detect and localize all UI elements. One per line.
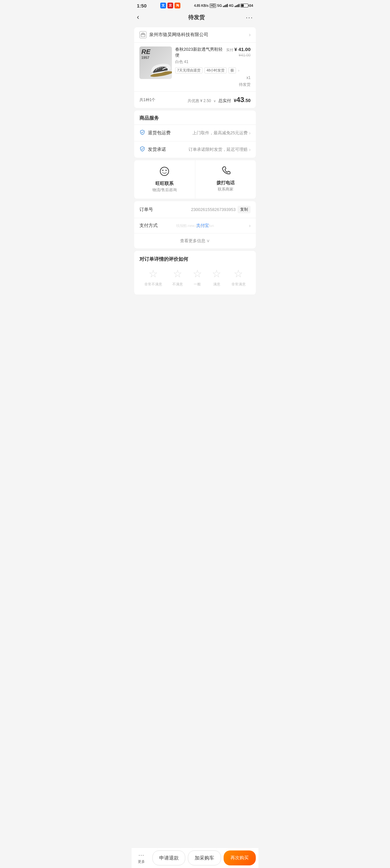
service-desc-1: 上门取件，最高减免25元运费 (174, 130, 248, 136)
order-number-label: 订单号 (139, 207, 153, 213)
hd-badge: HD (209, 4, 216, 8)
network-type: 5G (217, 4, 222, 7)
wangwang-sub: 物流/售后咨询 (153, 187, 177, 193)
service-row-shipping[interactable]: 发货承诺 订单承诺限时发货，延迟可理赔 › (134, 141, 256, 158)
payment-label: 支付方式 (139, 223, 158, 228)
order-card: 泉州市骆昊网络科技有限公司 › RE 1957 (134, 27, 256, 108)
contact-section: 旺旺联系 物流/售后咨询 拨打电话 联系商家 (134, 160, 256, 198)
original-price: ¥41.00 (226, 53, 251, 58)
star-satisfied[interactable]: ☆ 满意 (212, 268, 221, 287)
phone-title: 拨打电话 (217, 180, 235, 186)
signal-icon (223, 4, 228, 7)
status-app-icons: 支 京 淘 (160, 3, 181, 8)
star-unsatisfied[interactable]: ☆ 不满意 (172, 268, 183, 287)
nav-bar: ‹ 待发货 ··· (132, 10, 258, 25)
product-qty: x1 (246, 75, 251, 80)
total-label: 总实付 (218, 98, 231, 104)
product-price: ¥ 41.00 (234, 46, 251, 52)
product-row: RE 1957 (134, 42, 256, 91)
status-right: 4.85 KB/s HD 5G 4G 34 (194, 4, 253, 8)
main-content: 泉州市骆昊网络科技有限公司 › RE 1957 (132, 27, 258, 320)
actual-label: 实付 (226, 48, 233, 52)
phone-contact[interactable]: 拨打电话 联系商家 (195, 160, 256, 198)
wangwang-icon (159, 166, 170, 179)
payment-chevron-icon: › (249, 223, 251, 228)
star-very-satisfied[interactable]: ☆ 非常满意 (231, 268, 246, 287)
service-chevron-icon-2: › (249, 147, 251, 152)
shield-icon-1 (139, 129, 145, 136)
battery-level: 34 (249, 4, 253, 7)
alipay-icon: 支 (160, 3, 166, 8)
order-info-section: 订单号 2300261558267393953 复制 支付方式 线报酷-new.… (134, 201, 256, 248)
order-number-value: 2300261558267393953 (153, 207, 236, 212)
jd-icon: 京 (167, 3, 173, 8)
summary-row: 共1种1个 共优惠 ¥ 2.50 ∨ 总实付 ¥43.50 (134, 91, 256, 108)
seller-name: 泉州市骆昊网络科技有限公司 (149, 32, 208, 38)
svg-point-7 (160, 167, 169, 176)
star-icon-1: ☆ (149, 268, 158, 280)
product-count: 共1种1个 (139, 97, 155, 103)
star-label-2: 不满意 (172, 282, 183, 287)
back-button[interactable]: ‹ (137, 13, 147, 22)
battery-fill (241, 4, 244, 7)
signal-icon-2 (235, 4, 239, 7)
product-spec: 白色 41 (175, 59, 251, 65)
star-label-4: 满意 (213, 282, 220, 287)
star-icon-4: ☆ (212, 268, 221, 280)
seller-info: 泉州市骆昊网络科技有限公司 (139, 31, 208, 38)
tag-return: 7天无理由退货 (175, 67, 202, 73)
star-label-3: 一般 (194, 282, 201, 287)
service-row-return[interactable]: 退货包运费 上门取件，最高减免25元运费 › (134, 125, 256, 141)
page-title: 待发货 (188, 14, 205, 21)
service-label-1: 退货包运费 (148, 130, 174, 136)
status-time: 1:50 (137, 3, 147, 8)
tag-extra: 极 (228, 67, 236, 73)
product-image: RE 1957 (139, 46, 172, 79)
star-icon-3: ☆ (193, 268, 202, 280)
star-very-unsatisfied[interactable]: ☆ 非常不满意 (144, 268, 162, 287)
network-speed: 4.85 KB/s (194, 4, 209, 7)
phone-sub: 联系商家 (218, 187, 233, 192)
payment-watermark: 线报酷-new.xianbao.fun (176, 223, 214, 228)
star-neutral[interactable]: ☆ 一般 (193, 268, 202, 287)
product-name: 春秋2023新款透气男鞋轻便 (175, 46, 226, 58)
svg-rect-1 (142, 33, 144, 34)
services-section: 商品服务 退货包运费 上门取件，最高减免25元运费 › 发货承诺 订单承诺限时发… (134, 111, 256, 158)
discount-arrow-icon[interactable]: ∨ (214, 99, 216, 103)
payment-row: 支付方式 线报酷-new.xianbao.fun 支付宝 › (134, 218, 256, 234)
stars-row: ☆ 非常不满意 ☆ 不满意 ☆ 一般 ☆ 满意 ☆ 非常满意 (139, 268, 251, 287)
order-number-row: 订单号 2300261558267393953 复制 (134, 201, 256, 218)
copy-button[interactable]: 复制 (237, 206, 251, 213)
seller-chevron-icon: › (249, 32, 251, 38)
star-label-1: 非常不满意 (144, 282, 162, 287)
service-desc-2: 订单承诺限时发货，延迟可理赔 (174, 147, 248, 152)
4g-icon: 4G (229, 4, 234, 7)
phone-icon (221, 166, 230, 178)
rating-title: 对订单详情的评价如何 (139, 256, 251, 262)
star-icon-5: ☆ (234, 268, 243, 280)
more-button[interactable]: ··· (246, 14, 253, 21)
status-bar: 1:50 支 京 淘 4.85 KB/s HD 5G 4G 34 (132, 0, 258, 10)
shield-icon-2 (139, 146, 145, 153)
seller-row[interactable]: 泉州市骆昊网络科技有限公司 › (134, 27, 256, 42)
taobao-icon: 淘 (174, 3, 181, 8)
rating-section: 对订单详情的评价如何 ☆ 非常不满意 ☆ 不满意 ☆ 一般 ☆ 满意 ☆ 非常满… (134, 251, 256, 294)
discount-label: 共优惠 ¥ 2.50 (188, 98, 211, 104)
total-price: ¥43.50 (234, 96, 251, 104)
tag-shipping: 48小时发货 (204, 67, 227, 73)
svg-point-10 (162, 170, 163, 171)
product-tags: 7天无理由退货 48小时发货 极 › (175, 67, 251, 73)
service-label-2: 发货承诺 (148, 147, 174, 152)
wangwang-contact[interactable]: 旺旺联系 物流/售后咨询 (134, 160, 195, 198)
seller-icon (139, 31, 147, 38)
view-more-button[interactable]: 查看更多信息 ∨ (134, 234, 256, 248)
star-icon-2: ☆ (173, 268, 182, 280)
shoe-image (146, 56, 172, 79)
svg-point-11 (166, 170, 166, 171)
wangwang-title: 旺旺联系 (155, 181, 173, 187)
product-status: 待发货 (175, 82, 251, 88)
battery-icon (240, 4, 248, 7)
tags-more-icon: › (238, 68, 239, 73)
star-label-5: 非常满意 (231, 282, 246, 287)
services-title: 商品服务 (134, 111, 256, 125)
